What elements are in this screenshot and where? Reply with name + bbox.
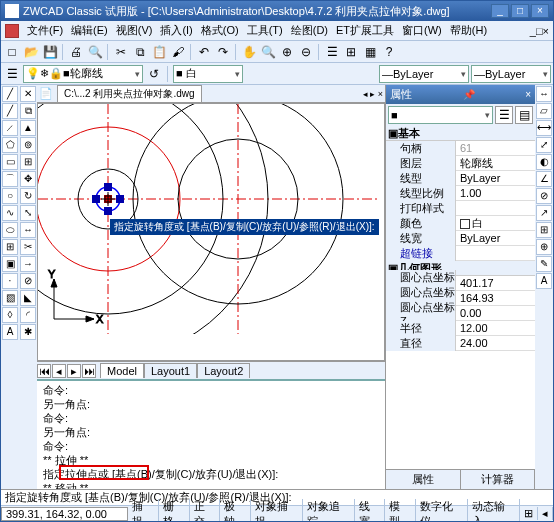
fillet-button[interactable]: ◜	[20, 307, 36, 323]
tray-icon[interactable]: ⊞	[520, 507, 538, 520]
tab-model[interactable]: Model	[100, 363, 144, 378]
ellipse-button[interactable]: ⬭	[2, 222, 18, 238]
app-menu-icon[interactable]	[5, 24, 19, 38]
otrack-toggle[interactable]: 对象追踪	[303, 499, 355, 523]
osnap-toggle[interactable]: 对象捕捉	[251, 499, 303, 523]
doc-close-button[interactable]: ×	[543, 25, 549, 37]
dim-angular-button[interactable]: ∠	[536, 171, 552, 187]
zoom-prev-button[interactable]: ⊖	[297, 43, 315, 61]
property-grid[interactable]: ▣基本 句柄61 图层轮廓线 线型ByLayer 线型比例1.00 打印样式 颜…	[386, 126, 535, 469]
rectangle-button[interactable]: ▭	[2, 154, 18, 170]
break-button[interactable]: ⊘	[20, 273, 36, 289]
cut-button[interactable]: ✂	[112, 43, 130, 61]
menu-help[interactable]: 帮助(H)	[446, 23, 491, 38]
model-toggle[interactable]: 模型	[385, 499, 416, 523]
dim-linear-button[interactable]: ⟷	[536, 120, 552, 136]
doc-tab[interactable]: C:\...2 利用夹点拉伸对象.dwg	[57, 85, 202, 102]
text-button[interactable]: A	[2, 324, 18, 340]
layer-manager-button[interactable]: ☰	[3, 65, 21, 83]
rotate-button[interactable]: ↻	[20, 188, 36, 204]
mtab-next[interactable]: ▸	[67, 364, 81, 378]
tab-layout2[interactable]: Layout2	[197, 363, 250, 378]
menu-insert[interactable]: 插入(I)	[156, 23, 196, 38]
chamfer-button[interactable]: ◣	[20, 290, 36, 306]
new-button[interactable]: □	[3, 43, 21, 61]
tab-layout1[interactable]: Layout1	[144, 363, 197, 378]
point-button[interactable]: ·	[2, 273, 18, 289]
leader-button[interactable]: ↗	[536, 205, 552, 221]
open-button[interactable]: 📂	[22, 43, 40, 61]
mtab-prev[interactable]: ◂	[52, 364, 66, 378]
menu-file[interactable]: 文件(F)	[23, 23, 67, 38]
dim-radius-button[interactable]: ◐	[536, 154, 552, 170]
undo-button[interactable]: ↶	[195, 43, 213, 61]
stretch-button[interactable]: ↔	[20, 222, 36, 238]
array-button[interactable]: ⊞	[20, 154, 36, 170]
mtab-first[interactable]: ⏮	[37, 364, 51, 378]
copy-obj-button[interactable]: ⧉	[20, 103, 36, 119]
snap-toggle[interactable]: 捕捉	[128, 499, 159, 523]
zoom-rt-button[interactable]: 🔍	[259, 43, 277, 61]
dimcenter-button[interactable]: ⊕	[536, 239, 552, 255]
polar-toggle[interactable]: 极轴	[220, 499, 251, 523]
prop-tab-props[interactable]: 属性	[386, 470, 461, 489]
menu-draw[interactable]: 绘图(D)	[287, 23, 332, 38]
mirror-button[interactable]: ▲	[20, 120, 36, 136]
help-button[interactable]: ?	[380, 43, 398, 61]
pline-button[interactable]: ⟋	[2, 120, 18, 136]
matchprop-button[interactable]: 🖌	[169, 43, 187, 61]
xline-button[interactable]: ╱	[2, 103, 18, 119]
dist-button[interactable]: ↔	[536, 86, 552, 102]
polygon-button[interactable]: ⬠	[2, 137, 18, 153]
area-button[interactable]: ▱	[536, 103, 552, 119]
menu-et[interactable]: ET扩展工具	[332, 23, 398, 38]
copy-button[interactable]: ⧉	[131, 43, 149, 61]
dim-diameter-button[interactable]: ⊘	[536, 188, 552, 204]
layer-combo[interactable]: 💡❄🔒■ 轮廓线▾	[23, 65, 143, 83]
redo-button[interactable]: ↷	[214, 43, 232, 61]
trim-button[interactable]: ✂	[20, 239, 36, 255]
extend-button[interactable]: →	[20, 256, 36, 272]
line-button[interactable]: ╱	[2, 86, 18, 102]
paste-button[interactable]: 📋	[150, 43, 168, 61]
linetype-combo[interactable]: — ByLayer▾	[379, 65, 469, 83]
maximize-button[interactable]: □	[511, 4, 529, 18]
layer-prev-button[interactable]: ↺	[145, 65, 163, 83]
print-button[interactable]: 🖨	[67, 43, 85, 61]
prop-tab-calc[interactable]: 计算器	[461, 470, 536, 489]
lineweight-combo[interactable]: — ByLayer▾	[471, 65, 551, 83]
region-button[interactable]: ◊	[2, 307, 18, 323]
toolpalettes-button[interactable]: ▦	[361, 43, 379, 61]
erase-button[interactable]: ✕	[20, 86, 36, 102]
doc-tab-nav[interactable]: ◂ ▸ ×	[363, 89, 383, 99]
hatch-button[interactable]: ▧	[2, 290, 18, 306]
grid-toggle[interactable]: 栅格	[159, 499, 190, 523]
lwt-toggle[interactable]: 线宽	[355, 499, 386, 523]
coord-readout[interactable]: 399.31, 164.32, 0.00	[1, 507, 128, 521]
menu-format[interactable]: 格式(O)	[197, 23, 243, 38]
save-button[interactable]: 💾	[41, 43, 59, 61]
spline-button[interactable]: ∿	[2, 205, 18, 221]
selection-combo[interactable]: ■▾	[388, 106, 493, 124]
block-button[interactable]: ▣	[2, 256, 18, 272]
circle-button[interactable]: ○	[2, 188, 18, 204]
zoom-window-button[interactable]: ⊕	[278, 43, 296, 61]
tray-arrow[interactable]: ◂	[538, 507, 553, 520]
dyn-toggle[interactable]: 数字化仪	[416, 499, 468, 523]
explode-button[interactable]: ✱	[20, 324, 36, 340]
prop-pin-button[interactable]: 📌	[463, 89, 475, 100]
designcenter-button[interactable]: ⊞	[342, 43, 360, 61]
properties-button[interactable]: ☰	[323, 43, 341, 61]
scale-button[interactable]: ⤡	[20, 205, 36, 221]
mtab-last[interactable]: ⏭	[82, 364, 96, 378]
minimize-button[interactable]: _	[491, 4, 509, 18]
move-button[interactable]: ✥	[20, 171, 36, 187]
pickadd-button[interactable]: ▤	[515, 106, 533, 124]
menu-view[interactable]: 视图(V)	[112, 23, 157, 38]
menu-tools[interactable]: 工具(T)	[243, 23, 287, 38]
drawing-canvas[interactable]: YX 指定旋转角度或 [基点(B)/复制(C)/放弃(U)/参照(R)/退出(X…	[37, 103, 385, 361]
dimstyle-button[interactable]: A	[536, 273, 552, 289]
preview-button[interactable]: 🔍	[86, 43, 104, 61]
cyc-toggle[interactable]: 动态输入	[468, 499, 520, 523]
insert-button[interactable]: ⊞	[2, 239, 18, 255]
